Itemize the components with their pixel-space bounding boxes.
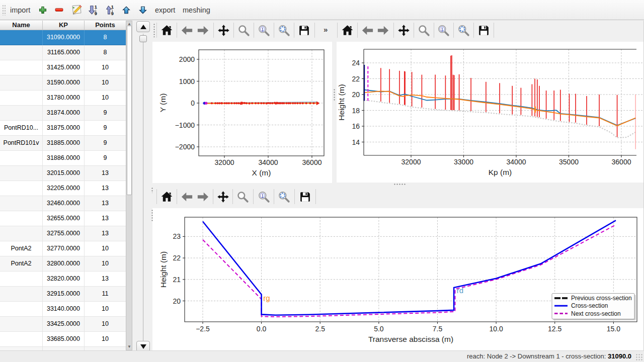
svg-text:15.0: 15.0	[607, 325, 620, 333]
svg-text:rg: rg	[263, 294, 270, 302]
svg-text:34000: 34000	[507, 158, 526, 166]
svg-text:−1000: −1000	[175, 121, 195, 129]
svg-text:Transverse abscissa (m): Transverse abscissa (m)	[368, 335, 453, 343]
svg-text:20: 20	[352, 90, 360, 99]
svg-text:−2.5: −2.5	[196, 325, 210, 333]
svg-text:Cross-section: Cross-section	[571, 302, 608, 309]
svg-text:24: 24	[352, 59, 360, 67]
svg-text:16: 16	[352, 122, 360, 130]
svg-text:36000: 36000	[612, 158, 631, 166]
svg-text:20: 20	[173, 297, 181, 305]
svg-text:21: 21	[173, 276, 181, 284]
svg-text:33000: 33000	[454, 158, 473, 166]
svg-text:Previous cross-section: Previous cross-section	[571, 295, 632, 302]
svg-text:32000: 32000	[215, 158, 234, 166]
svg-text:10.0: 10.0	[489, 325, 503, 333]
svg-text:Y (m): Y (m)	[158, 94, 167, 113]
svg-text:rd: rd	[457, 286, 463, 295]
svg-text:Next cross-section: Next cross-section	[571, 310, 621, 317]
svg-text:34000: 34000	[259, 158, 278, 166]
svg-text:−2000: −2000	[175, 143, 195, 151]
svg-text:14: 14	[352, 138, 360, 146]
svg-text:0: 0	[191, 99, 195, 107]
svg-text:1000: 1000	[179, 77, 195, 85]
svg-text:X (m): X (m)	[252, 168, 271, 177]
svg-text:Height (m): Height (m)	[159, 251, 168, 288]
svg-text:36000: 36000	[302, 158, 322, 166]
svg-text:Kp (m): Kp (m)	[489, 168, 512, 176]
svg-text:5.0: 5.0	[374, 325, 384, 333]
svg-text:Height (m): Height (m)	[337, 84, 346, 120]
svg-text:18: 18	[352, 107, 360, 115]
svg-text:2000: 2000	[179, 55, 195, 63]
svg-text:2.5: 2.5	[315, 325, 325, 333]
svg-text:22: 22	[352, 75, 360, 83]
svg-text:23: 23	[173, 232, 181, 240]
svg-text:12.5: 12.5	[548, 325, 561, 333]
svg-text:35000: 35000	[559, 158, 579, 166]
svg-text:32000: 32000	[401, 158, 421, 166]
svg-text:7.5: 7.5	[433, 325, 443, 333]
svg-text:0.0: 0.0	[257, 325, 267, 333]
svg-text:22: 22	[173, 254, 181, 262]
